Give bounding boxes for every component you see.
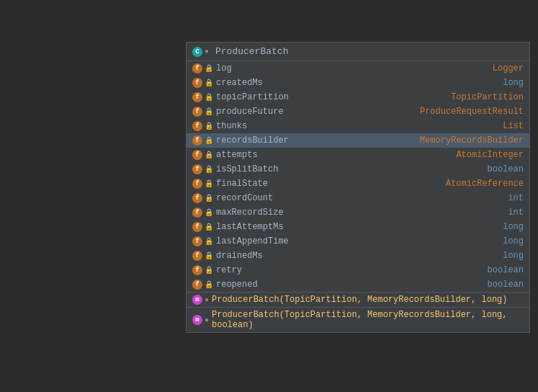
field-icon: f <box>192 135 202 146</box>
method-visibility-icon: ● <box>205 296 209 304</box>
field-type: AtomicReference <box>446 179 524 189</box>
field-icon: f <box>192 121 202 131</box>
field-type: long <box>503 251 524 261</box>
lock-icon: 🔒 <box>205 251 213 260</box>
class-icon: C <box>192 47 202 57</box>
field-row[interactable]: f 🔒 isSplitBatch boolean <box>187 162 529 177</box>
field-type: long <box>503 222 524 232</box>
field-icon: f <box>192 251 202 261</box>
field-icon: f <box>192 92 202 102</box>
field-row[interactable]: f 🔒 topicPartition TopicPartition <box>187 90 529 104</box>
field-row[interactable]: f 🔒 reopened boolean <box>187 277 529 292</box>
field-name: thunks <box>216 121 497 131</box>
field-name: lastAttemptMs <box>216 222 497 232</box>
field-row[interactable]: f 🔒 log Logger <box>187 61 529 76</box>
field-type: boolean <box>488 265 524 275</box>
field-name: log <box>216 63 487 74</box>
methods-list: m ● ProducerBatch(TopicPartition, Memory… <box>187 292 529 332</box>
method-row[interactable]: m ● ProducerBatch(TopicPartition, Memory… <box>187 292 529 307</box>
field-type: int <box>508 208 524 218</box>
field-name: drainedMs <box>216 251 497 261</box>
method-row[interactable]: m ● ProducerBatch(TopicPartition, Memory… <box>187 307 529 332</box>
field-name: retry <box>216 265 482 275</box>
field-name: attempts <box>216 150 450 160</box>
lock-icon: 🔒 <box>205 194 213 202</box>
field-icon: f <box>192 222 202 232</box>
field-name: createdMs <box>216 78 497 88</box>
lock-icon: 🔒 <box>205 122 213 130</box>
field-row[interactable]: f 🔒 attempts AtomicInteger <box>187 148 529 162</box>
field-type: long <box>503 78 524 88</box>
field-name: reopened <box>216 280 482 290</box>
method-icon: m <box>192 295 202 305</box>
field-row[interactable]: f 🔒 lastAppendTime long <box>187 234 529 249</box>
field-row[interactable]: f 🔒 lastAttemptMs long <box>187 220 529 234</box>
field-row[interactable]: f 🔒 drainedMs long <box>187 249 529 263</box>
fields-list: f 🔒 log Logger f 🔒 createdMs long f 🔒 to… <box>187 61 529 292</box>
lock-icon: 🔒 <box>205 266 213 275</box>
lock-icon: 🔒 <box>205 237 213 246</box>
lock-icon: 🔒 <box>205 179 213 188</box>
field-icon: f <box>192 236 202 246</box>
field-row[interactable]: f 🔒 recordCount int <box>187 191 529 205</box>
class-panel: C ● ProducerBatch f 🔒 log Logger f 🔒 cre… <box>186 42 530 333</box>
field-name: topicPartition <box>216 92 445 102</box>
field-type: boolean <box>488 280 524 290</box>
field-row[interactable]: f 🔒 finalState AtomicReference <box>187 177 529 191</box>
field-name: produceFuture <box>216 107 414 117</box>
lock-icon: 🔒 <box>205 280 213 289</box>
method-name: ProducerBatch(TopicPartition, MemoryReco… <box>212 310 524 330</box>
field-icon: f <box>192 107 202 117</box>
method-visibility-icon: ● <box>205 316 209 324</box>
field-type: List <box>503 121 524 131</box>
field-icon: f <box>192 78 202 88</box>
field-icon: f <box>192 179 202 189</box>
field-name: lastAppendTime <box>216 236 497 246</box>
field-type: int <box>508 193 524 203</box>
field-icon: f <box>192 63 202 74</box>
field-name: maxRecordSize <box>216 208 502 218</box>
lock-icon: 🔒 <box>205 79 213 87</box>
lock-icon: 🔒 <box>205 208 213 217</box>
field-type: Logger <box>493 63 524 74</box>
lock-icon: 🔒 <box>205 107 213 116</box>
lock-icon: 🔒 <box>205 64 213 73</box>
field-icon: f <box>192 208 202 218</box>
field-row[interactable]: f 🔒 thunks List <box>187 119 529 133</box>
method-name: ProducerBatch(TopicPartition, MemoryReco… <box>212 295 507 305</box>
lock-icon: 🔒 <box>205 165 213 174</box>
field-icon: f <box>192 150 202 160</box>
field-type: boolean <box>488 164 524 174</box>
field-icon: f <box>192 164 202 174</box>
field-name: isSplitBatch <box>216 164 482 174</box>
field-type: MemoryRecordsBuilder <box>420 135 524 146</box>
class-name: ProducerBatch <box>215 46 288 57</box>
field-type: AtomicInteger <box>456 150 524 160</box>
field-type: TopicPartition <box>451 92 524 102</box>
field-icon: f <box>192 265 202 275</box>
field-name: recordCount <box>216 193 502 203</box>
field-row[interactable]: f 🔒 maxRecordSize int <box>187 205 529 220</box>
method-icon: m <box>192 315 202 325</box>
lock-icon: 🔒 <box>205 93 213 102</box>
lock-icon: 🔒 <box>205 136 213 145</box>
field-row[interactable]: f 🔒 recordsBuilder MemoryRecordsBuilder <box>187 133 529 148</box>
field-name: finalState <box>216 179 440 189</box>
field-icon: f <box>192 193 202 203</box>
lock-icon: 🔒 <box>205 151 213 159</box>
lock-icon: 🔒 <box>205 223 213 231</box>
field-type: ProduceRequestResult <box>420 107 524 117</box>
field-type: long <box>503 236 524 246</box>
field-row[interactable]: f 🔒 createdMs long <box>187 76 529 90</box>
field-row[interactable]: f 🔒 produceFuture ProduceRequestResult <box>187 104 529 119</box>
field-row[interactable]: f 🔒 retry boolean <box>187 263 529 277</box>
field-icon: f <box>192 280 202 290</box>
annotation-arrow <box>104 148 187 150</box>
field-name: recordsBuilder <box>216 135 414 146</box>
class-header: C ● ProducerBatch <box>187 43 529 61</box>
